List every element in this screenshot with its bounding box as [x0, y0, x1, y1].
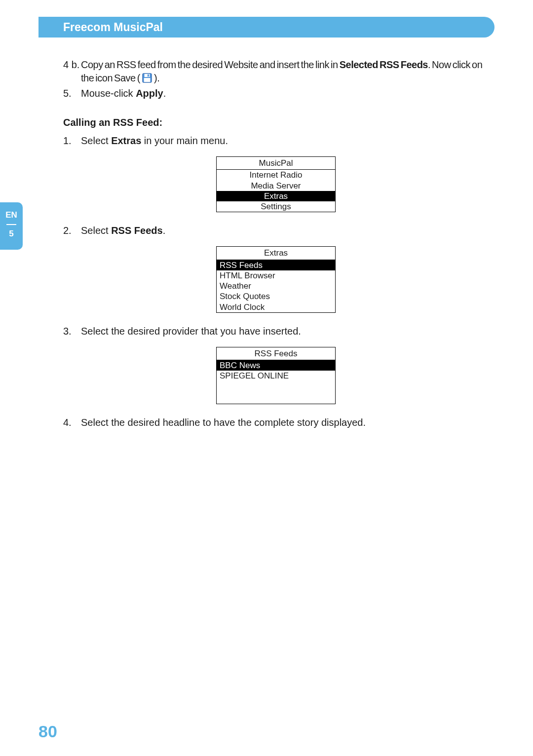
step-5-text: Mouse-click Apply. — [81, 87, 489, 100]
text: . — [163, 88, 166, 99]
svg-rect-3 — [144, 78, 151, 82]
step-c4-text: Select the desired headline to have the … — [81, 416, 489, 429]
menu-item-selected: BBC News — [217, 360, 335, 371]
text: Copy an RSS feed from the desired Websit… — [81, 59, 340, 70]
side-tab: EN 5 — [0, 202, 23, 250]
header-bar: Freecom MusicPal — [38, 17, 495, 38]
page-title: Freecom MusicPal — [63, 21, 163, 34]
step-c3-num: 3. — [63, 325, 81, 338]
content: 4 b. Copy an RSS feed from the desired W… — [63, 58, 489, 431]
step-c2-num: 2. — [63, 224, 81, 237]
menu-item: HTML Browser — [217, 270, 335, 281]
text: Select — [81, 135, 111, 146]
menu-body: BBC News SPIEGEL ONLINE — [217, 360, 335, 404]
step-c4-num: 4. — [63, 416, 81, 429]
menu-item: Stock Quotes — [217, 291, 335, 302]
text-bold: Selected RSS Feeds — [340, 59, 428, 70]
menu-item: Settings — [217, 201, 335, 212]
text: ). — [152, 73, 159, 83]
menu-item: Internet Radio — [217, 170, 335, 180]
menu-item: World Clock — [217, 302, 335, 312]
step-4b: 4 b. Copy an RSS feed from the desired W… — [63, 58, 489, 85]
page-number: 80 — [38, 722, 57, 741]
section-heading: Calling an RSS Feed: — [63, 116, 489, 129]
step-c3-text: Select the desired provider that you hav… — [81, 325, 489, 338]
menu-item: SPIEGEL ONLINE — [217, 371, 335, 381]
text: . — [163, 225, 166, 236]
menu-musicpal: MusicPal Internet Radio Media Server Ext… — [216, 156, 336, 212]
step-c1: 1. Select Extras in your main menu. — [63, 134, 489, 148]
menu-item-selected: Extras — [217, 191, 335, 201]
svg-rect-1 — [144, 74, 150, 77]
step-c2-text: Select RSS Feeds. — [81, 224, 489, 237]
menu-item: Weather — [217, 281, 335, 291]
step-c1-text: Select Extras in your main menu. — [81, 134, 489, 148]
menu-body: Internet Radio Media Server Extras Setti… — [217, 170, 335, 212]
step-5: 5. Mouse-click Apply. — [63, 87, 489, 100]
menu-title: Extras — [217, 247, 335, 260]
text-bold: Extras — [111, 135, 141, 146]
text: Select — [81, 225, 111, 236]
menu-body: RSS Feeds HTML Browser Weather Stock Quo… — [217, 260, 335, 312]
menu-item-selected: RSS Feeds — [217, 260, 335, 270]
text-bold: Apply — [136, 88, 163, 99]
step-5-num: 5. — [63, 87, 81, 100]
step-c3: 3. Select the desired provider that you … — [63, 325, 489, 338]
side-tab-divider — [6, 224, 16, 225]
step-4b-num: 4 b. — [63, 58, 81, 85]
side-tab-lang: EN — [0, 210, 23, 220]
svg-rect-2 — [148, 75, 149, 77]
menu-rss-feeds: RSS Feeds BBC News SPIEGEL ONLINE — [216, 347, 336, 404]
step-c2: 2. Select RSS Feeds. — [63, 224, 489, 237]
text-bold: RSS Feeds — [111, 225, 162, 236]
menu-title: RSS Feeds — [217, 347, 335, 360]
side-tab-chapter: 5 — [0, 229, 23, 239]
step-4b-text: Copy an RSS feed from the desired Websit… — [81, 58, 489, 85]
menu-extras: Extras RSS Feeds HTML Browser Weather St… — [216, 246, 336, 313]
step-c4: 4. Select the desired headline to have t… — [63, 416, 489, 429]
step-c1-num: 1. — [63, 134, 81, 148]
menu-title: MusicPal — [217, 157, 335, 170]
menu-item: Media Server — [217, 181, 335, 191]
text: Mouse-click — [81, 88, 136, 99]
save-icon — [142, 73, 152, 83]
text: in your main menu. — [141, 135, 228, 146]
